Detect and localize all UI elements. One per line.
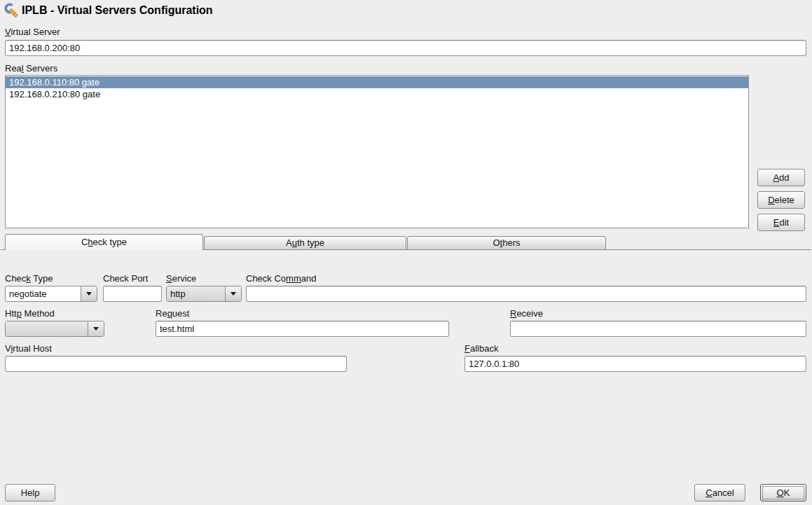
receive-label: Receive bbox=[510, 308, 543, 319]
list-item[interactable]: 192.168.0.210:80 gate bbox=[6, 88, 748, 100]
wrench-icon bbox=[4, 3, 20, 20]
real-servers-label: Real Servers bbox=[5, 63, 57, 74]
delete-button-label: Delete bbox=[768, 195, 794, 205]
delete-button[interactable]: Delete bbox=[757, 191, 805, 209]
cancel-button-label: Cancel bbox=[706, 487, 734, 498]
tab-check-type-label: Check type bbox=[81, 237, 127, 247]
service-label: Service bbox=[166, 273, 196, 284]
virtual-server-label: Virtual Server bbox=[5, 27, 60, 38]
check-type-label: Check Type bbox=[5, 273, 53, 284]
page-title: IPLB - Virtual Servers Configuration bbox=[22, 4, 213, 17]
tab-check-type[interactable]: Check type bbox=[5, 234, 203, 250]
receive-input[interactable] bbox=[510, 321, 806, 337]
check-port-label: Check Port bbox=[103, 273, 148, 284]
virtual-server-input[interactable] bbox=[5, 40, 806, 56]
check-command-label: Check Command bbox=[246, 273, 316, 284]
tab-auth-type-label: Auth type bbox=[286, 237, 324, 248]
add-button-label: Add bbox=[773, 172, 789, 183]
chevron-down-icon[interactable] bbox=[81, 286, 97, 301]
service-combobox[interactable]: http bbox=[166, 286, 242, 302]
tab-others-label: Others bbox=[493, 237, 520, 248]
virtual-host-input[interactable] bbox=[5, 356, 347, 372]
http-method-combobox-value bbox=[6, 321, 88, 336]
ok-button-label: OK bbox=[777, 487, 790, 498]
check-type-combobox-value: negotiate bbox=[6, 286, 81, 301]
cancel-button[interactable]: Cancel bbox=[694, 484, 745, 501]
help-button-label: Help bbox=[21, 487, 40, 498]
add-button[interactable]: Add bbox=[757, 169, 805, 186]
virtual-host-label: Virtual Host bbox=[5, 343, 52, 354]
tab-auth-type[interactable]: Auth type bbox=[204, 236, 406, 249]
check-type-combobox[interactable]: negotiate bbox=[5, 286, 97, 302]
http-method-combobox[interactable] bbox=[5, 321, 104, 337]
service-combobox-value: http bbox=[167, 286, 225, 301]
list-item[interactable]: 192.168.0.110:80 gate bbox=[6, 76, 748, 88]
real-servers-list[interactable]: 192.168.0.110:80 gate 192.168.0.210:80 g… bbox=[5, 75, 749, 228]
chevron-down-icon[interactable] bbox=[225, 286, 241, 301]
help-button[interactable]: Help bbox=[5, 484, 55, 501]
http-method-label: Http Method bbox=[5, 308, 55, 319]
check-port-input[interactable] bbox=[103, 286, 162, 302]
tab-others[interactable]: Others bbox=[407, 236, 606, 249]
request-input[interactable] bbox=[156, 321, 449, 337]
edit-button-label: Edit bbox=[773, 217, 789, 228]
check-command-input[interactable] bbox=[246, 286, 806, 302]
request-label: Request bbox=[156, 308, 189, 319]
fallback-label: Fallback bbox=[465, 343, 498, 354]
fallback-input[interactable] bbox=[465, 356, 806, 372]
edit-button[interactable]: Edit bbox=[757, 214, 805, 231]
iplb-dialog: IPLB - Virtual Servers Configuration Vir… bbox=[0, 0, 812, 505]
chevron-down-icon[interactable] bbox=[88, 321, 104, 336]
ok-button[interactable]: OK bbox=[760, 484, 806, 501]
